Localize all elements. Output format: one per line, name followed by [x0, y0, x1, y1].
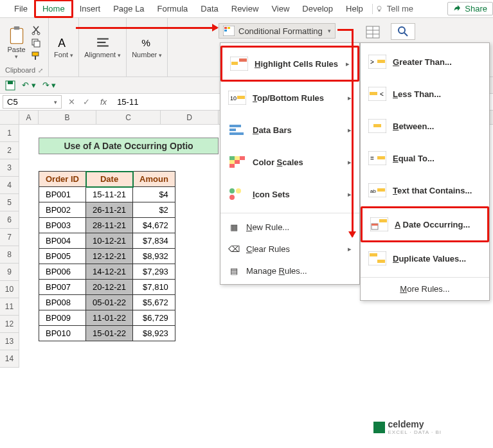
- row-header[interactable]: 11: [0, 298, 19, 316]
- menu-top-bottom-rules[interactable]: 10 Top/Bottom Rules▸: [220, 82, 359, 114]
- row-header[interactable]: 9: [0, 264, 19, 281]
- col-header-C[interactable]: C: [96, 111, 161, 124]
- table-row[interactable]: BP00115-11-21$4: [39, 187, 175, 202]
- svg-rect-34: [229, 129, 236, 131]
- table-row[interactable]: BP00410-12-21$7,834: [39, 233, 175, 249]
- svg-rect-46: [377, 60, 385, 63]
- color-scales-icon: [228, 155, 246, 169]
- row-header[interactable]: 1: [0, 125, 19, 142]
- col-header-A[interactable]: A: [19, 111, 39, 124]
- table-row[interactable]: BP00720-12-21$7,810: [39, 280, 175, 295]
- row-header[interactable]: 14: [0, 350, 19, 368]
- group-font: A Font ▾: [49, 18, 79, 76]
- share-button[interactable]: Share: [447, 2, 493, 15]
- svg-rect-38: [240, 156, 245, 160]
- highlight-cells-submenu: > Greater Than... < Less Than... Between…: [360, 42, 490, 301]
- menu-clear-rules[interactable]: ⌫Clear Rules▸: [220, 238, 359, 260]
- conditional-formatting-button[interactable]: Conditional Formatting▾: [219, 23, 336, 39]
- copy-icon[interactable]: [31, 38, 41, 48]
- row-header[interactable]: 4: [0, 177, 19, 194]
- tab-file[interactable]: File: [8, 1, 34, 16]
- enter-icon[interactable]: ✓: [79, 97, 94, 107]
- menu-greater-than[interactable]: > Greater Than...: [361, 46, 489, 78]
- svg-rect-65: [377, 260, 385, 263]
- select-all-corner[interactable]: [0, 111, 19, 124]
- row-header[interactable]: 5: [0, 194, 19, 211]
- dialog-launcher-icon[interactable]: ⤢: [38, 67, 43, 74]
- tab-data[interactable]: Data: [194, 1, 224, 16]
- table-row[interactable]: BP00328-11-21$4,672: [39, 218, 175, 233]
- menu-text-contains[interactable]: ab Text that Contains...: [361, 174, 489, 206]
- cancel-icon[interactable]: ✕: [64, 97, 79, 107]
- menu-manage-rules[interactable]: ▤Manage Rules...: [220, 260, 359, 282]
- redo-button[interactable]: ↷ ▾: [42, 80, 57, 90]
- tab-page-layout[interactable]: Page La: [107, 1, 150, 16]
- table-row[interactable]: BP00614-12-21$7,293: [39, 264, 175, 280]
- tab-formulas[interactable]: Formula: [151, 1, 195, 16]
- align-icon: [96, 35, 110, 49]
- menu-data-bars[interactable]: Data Bars▸: [220, 114, 359, 146]
- menu-equal-to[interactable]: = Equal To...: [361, 142, 489, 174]
- less-icon: <: [368, 87, 386, 101]
- save-icon[interactable]: [5, 80, 15, 91]
- row-header[interactable]: 10: [0, 281, 19, 298]
- svg-rect-64: [370, 253, 377, 256]
- number-dropdown[interactable]: % Number ▾: [132, 35, 162, 58]
- svg-rect-40: [235, 160, 240, 164]
- tab-review[interactable]: Review: [225, 1, 265, 16]
- table-row[interactable]: BP00512-12-21$8,932: [39, 249, 175, 264]
- tab-home[interactable]: Home: [34, 0, 73, 18]
- tab-help[interactable]: Help: [339, 1, 370, 16]
- svg-rect-49: [370, 92, 377, 95]
- name-box[interactable]: C5▾: [3, 95, 62, 109]
- magnifier-icon: [398, 26, 408, 37]
- menu-highlight-cells-rules[interactable]: HHighlight Cells Rulesighlight Cells Rul…: [220, 46, 359, 82]
- new-rule-icon: ▦: [228, 220, 240, 234]
- svg-rect-17: [228, 27, 230, 29]
- menu-new-rule[interactable]: ▦New Rule...: [220, 216, 359, 238]
- find-button[interactable]: [391, 23, 415, 40]
- row-header[interactable]: 2: [0, 142, 19, 159]
- format-table-button[interactable]: [362, 23, 384, 41]
- table-row[interactable]: BP00911-01-22$6,729: [39, 310, 175, 326]
- tell-me-search[interactable]: Tell me: [375, 4, 413, 13]
- alignment-dropdown[interactable]: Alignment ▾: [84, 35, 121, 58]
- svg-rect-41: [229, 164, 235, 168]
- clipboard-icon: [8, 26, 25, 46]
- ribbon-tabs: File Home Insert Page La Formula Data Re…: [0, 0, 493, 18]
- th-order: Order ID: [39, 172, 86, 187]
- watermark-icon: [373, 422, 385, 433]
- menu-color-scales[interactable]: Color Scales▸: [220, 146, 359, 178]
- font-dropdown[interactable]: A Font ▾: [54, 35, 73, 58]
- format-painter-icon[interactable]: [31, 51, 41, 61]
- tab-developer[interactable]: Develop: [296, 1, 339, 16]
- row-header[interactable]: 7: [0, 229, 19, 246]
- svg-text:>: >: [370, 58, 374, 66]
- fx-button[interactable]: fx: [94, 97, 113, 107]
- cut-icon[interactable]: [31, 25, 41, 35]
- menu-icon-sets[interactable]: Icon Sets▸: [220, 178, 359, 210]
- table-row[interactable]: BP00805-01-22$5,672: [39, 295, 175, 310]
- svg-rect-33: [229, 125, 241, 127]
- menu-duplicate-values[interactable]: Duplicate Values...: [361, 242, 489, 274]
- col-header-D[interactable]: D: [161, 111, 219, 124]
- menu-less-than[interactable]: < Less Than...: [361, 78, 489, 110]
- table-row[interactable]: BP01015-01-22$8,923: [39, 326, 175, 341]
- menu-date-occurring[interactable]: A Date Occurring...: [361, 206, 489, 242]
- row-header[interactable]: 8: [0, 246, 19, 264]
- row-header[interactable]: 6: [0, 211, 19, 229]
- paste-button[interactable]: Paste▾: [7, 26, 25, 60]
- svg-rect-39: [229, 160, 235, 164]
- row-header[interactable]: 12: [0, 316, 19, 333]
- row-header[interactable]: 13: [0, 333, 19, 350]
- duplicate-icon: [368, 251, 386, 265]
- menu-between[interactable]: Between...: [361, 110, 489, 142]
- table-row[interactable]: BP00226-11-21$2: [39, 202, 175, 218]
- col-header-B[interactable]: B: [39, 111, 96, 124]
- tab-view[interactable]: View: [265, 1, 296, 16]
- svg-rect-37: [235, 156, 240, 160]
- tab-insert[interactable]: Insert: [73, 1, 107, 16]
- menu-more-rules[interactable]: More Rules...: [361, 280, 489, 298]
- undo-button[interactable]: ↶ ▾: [22, 80, 36, 90]
- row-header[interactable]: 3: [0, 159, 19, 177]
